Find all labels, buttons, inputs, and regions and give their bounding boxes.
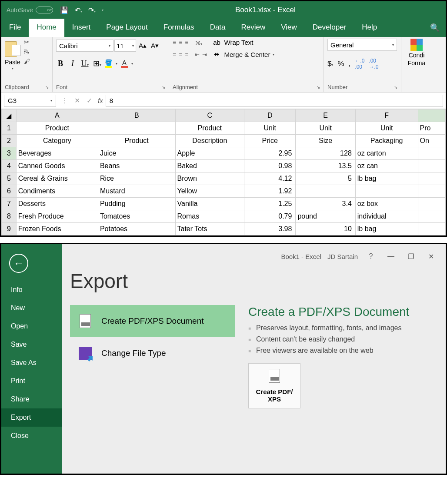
option-change-file-type[interactable]: Change File Type — [70, 337, 235, 369]
font-color-button[interactable]: A — [121, 59, 128, 68]
align-left-icon[interactable]: ≡ — [173, 51, 176, 58]
backstage-titlebar: Book1 - Excel JD Sartain ? — ❐ ✕ — [70, 250, 438, 262]
col-header-e[interactable]: E — [296, 109, 355, 122]
tab-formulas[interactable]: Formulas — [156, 19, 202, 37]
fill-color-button[interactable]: 🪣 — [105, 59, 112, 68]
tab-insert[interactable]: Insert — [64, 19, 99, 37]
conditional-formatting-button[interactable]: Condi Forma — [408, 39, 425, 66]
close-icon[interactable]: ✕ — [424, 252, 438, 261]
row-header[interactable]: 8 — [2, 210, 17, 223]
help-icon[interactable]: ? — [364, 252, 378, 260]
tab-view[interactable]: View — [273, 19, 305, 37]
col-header-g[interactable] — [418, 109, 445, 122]
row-header[interactable]: 6 — [2, 185, 17, 198]
merge-center-button[interactable]: ⬌Merge & Center ▾ — [212, 50, 275, 58]
font-size-select[interactable]: 11▾ — [114, 40, 136, 52]
tab-developer[interactable]: Developer — [305, 19, 354, 37]
row-header[interactable]: 1 — [2, 122, 17, 135]
create-pdf-button[interactable]: Create PDF/ XPS — [248, 363, 300, 408]
undo-icon[interactable]: ↶▾ — [75, 6, 82, 14]
minimize-icon[interactable]: — — [384, 252, 398, 260]
ribbon-group-styles: Condi Forma — [401, 37, 432, 92]
align-right-icon[interactable]: ≡ — [185, 51, 188, 58]
currency-icon[interactable]: $▾ — [327, 60, 333, 68]
tab-help[interactable]: Help — [354, 19, 385, 37]
increase-decimal-icon[interactable]: ←.0.00 — [355, 58, 364, 70]
sidebar-item-share[interactable]: Share — [1, 390, 62, 408]
col-header-f[interactable]: F — [355, 109, 418, 122]
sidebar-item-save[interactable]: Save — [1, 335, 62, 354]
cut-icon[interactable]: ✂ — [24, 39, 30, 46]
tab-review[interactable]: Review — [234, 19, 274, 37]
formula-more-icon[interactable]: ⋮ — [59, 96, 71, 105]
autosave-toggle[interactable]: AutoSave Off — [7, 7, 53, 13]
underline-button[interactable]: U▾ — [80, 59, 89, 68]
qat-customize-icon[interactable]: ▾ — [102, 8, 103, 12]
format-painter-icon[interactable]: 🖌 — [24, 58, 30, 65]
decrease-indent-icon[interactable]: ⇤ — [195, 51, 200, 58]
row-header[interactable]: 5 — [2, 172, 17, 185]
align-center-icon[interactable]: ≡ — [179, 51, 182, 58]
sidebar-item-info[interactable]: Info — [1, 281, 62, 299]
row-header[interactable]: 2 — [2, 135, 17, 147]
decrease-decimal-icon[interactable]: .00→.0 — [369, 58, 378, 70]
col-header-b[interactable]: B — [98, 109, 175, 122]
grow-font-icon[interactable]: A▴ — [137, 42, 148, 50]
italic-button[interactable]: I — [68, 59, 77, 68]
sidebar-item-save-as[interactable]: Save As — [1, 354, 62, 372]
align-bottom-icon[interactable]: ≡ — [185, 39, 188, 47]
sidebar-item-print[interactable]: Print — [1, 372, 62, 390]
align-middle-icon[interactable]: ≡ — [179, 39, 182, 47]
row-header[interactable]: 3 — [2, 147, 17, 160]
percent-icon[interactable]: % — [337, 60, 344, 68]
window-title: Book1.xlsx - Excel — [108, 6, 440, 14]
option-create-pdf[interactable]: Create PDF/XPS Document — [70, 305, 235, 337]
enter-icon[interactable]: ✓ — [83, 96, 95, 105]
bold-button[interactable]: B — [56, 59, 65, 68]
restore-icon[interactable]: ❐ — [404, 252, 418, 261]
number-launcher-icon[interactable]: ↘ — [394, 85, 397, 90]
tab-home[interactable]: Home — [29, 19, 64, 37]
shrink-font-icon[interactable]: A▾ — [149, 42, 160, 50]
cancel-icon[interactable]: ✕ — [71, 96, 83, 105]
redo-icon[interactable]: ↷▾ — [88, 6, 96, 14]
sidebar-item-export[interactable]: Export — [1, 408, 62, 427]
sidebar-item-new[interactable]: New — [1, 299, 62, 317]
tab-file[interactable]: File — [1, 19, 29, 37]
orientation-icon[interactable]: ⤭▾ — [195, 39, 202, 47]
search-icon[interactable]: 🔍 — [424, 19, 446, 37]
number-format-select[interactable]: General▾ — [327, 39, 397, 51]
formula-input[interactable]: 8 — [106, 95, 443, 107]
autosave-switch[interactable]: Off — [36, 7, 53, 13]
table-row: 9Frozen FoodsPotatoesTater Tots3.9810lb … — [2, 223, 446, 235]
font-name-select[interactable]: Calibri▾ — [56, 40, 113, 52]
save-icon[interactable]: 💾 — [60, 6, 69, 14]
comma-icon[interactable]: , — [349, 60, 351, 68]
alignment-launcher-icon[interactable]: ↘ — [317, 85, 320, 90]
sidebar-item-open[interactable]: Open — [1, 317, 62, 335]
paste-button[interactable]: Paste ▾ — [5, 39, 20, 70]
row-header[interactable]: 4 — [2, 160, 17, 172]
wrap-text-button[interactable]: abWrap Text — [212, 39, 275, 46]
align-top-icon[interactable]: ≡ — [173, 39, 176, 47]
doc-title: Book1 - Excel — [281, 253, 321, 260]
col-header-c[interactable]: C — [175, 109, 244, 122]
fx-icon[interactable]: fx — [95, 97, 106, 104]
col-header-a[interactable]: A — [16, 109, 98, 122]
increase-indent-icon[interactable]: ⇥ — [202, 51, 207, 58]
border-button[interactable]: ⊞▾ — [93, 59, 101, 68]
name-box[interactable]: G3▾ — [4, 95, 56, 107]
tab-page-layout[interactable]: Page Layout — [98, 19, 155, 37]
select-all-corner[interactable]: ◢ — [2, 109, 17, 122]
col-header-d[interactable]: D — [244, 109, 296, 122]
quick-access-toolbar: 💾 ↶▾ ↷▾ ▾ — [60, 6, 103, 14]
copy-icon[interactable]: ⎘▾ — [24, 48, 30, 55]
sidebar-item-close[interactable]: Close — [1, 427, 62, 445]
worksheet-grid[interactable]: ◢ A B C D E F 1 Product Product Unit Uni… — [1, 109, 446, 235]
tab-data[interactable]: Data — [202, 19, 234, 37]
row-header[interactable]: 7 — [2, 198, 17, 210]
row-header[interactable]: 9 — [2, 223, 17, 235]
font-launcher-icon[interactable]: ↘ — [162, 85, 165, 90]
back-button[interactable]: ← — [9, 254, 28, 273]
clipboard-launcher-icon[interactable]: ↘ — [45, 85, 49, 90]
